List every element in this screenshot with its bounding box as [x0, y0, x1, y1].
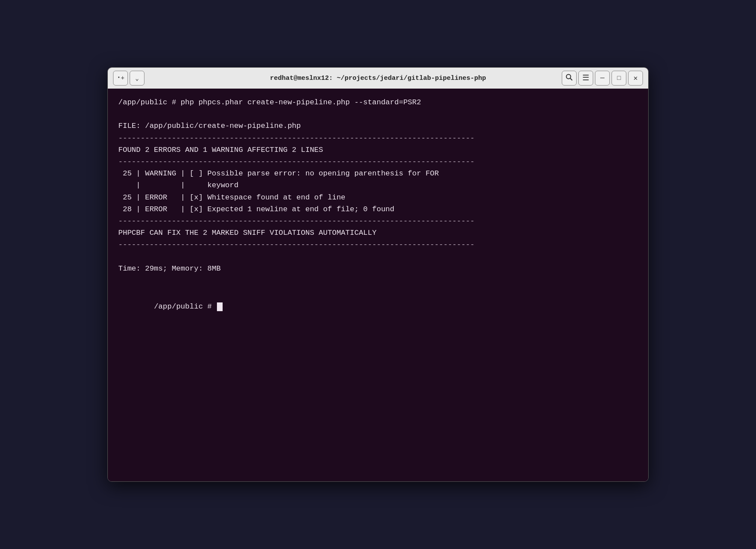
terminal-window: ⬞+ ⌄ redhat@meslnx12: ~/projects/jedari/… — [107, 67, 649, 482]
warning-line: 25 | WARNING | [ ] Possible parse error:… — [118, 168, 638, 179]
warning-cont-line: | | keyword — [118, 179, 638, 191]
phpcbf-line: PHPCBF CAN FIX THE 2 MARKED SNIFF VIOLAT… — [118, 227, 638, 239]
error-1-line: 25 | ERROR | [x] Whitespace found at end… — [118, 192, 638, 203]
search-button[interactable] — [562, 71, 577, 86]
minimize-icon: — — [600, 74, 605, 82]
dropdown-button[interactable]: ⌄ — [130, 71, 144, 86]
blank-line-3 — [118, 274, 638, 286]
svg-line-1 — [570, 79, 573, 81]
separator-3: ----------------------------------------… — [118, 215, 638, 227]
terminal-body[interactable]: /app/public # php phpcs.phar create-new-… — [108, 89, 648, 481]
close-button[interactable]: ✕ — [628, 71, 643, 86]
window-title: redhat@meslnx12: ~/projects/jedari/gitla… — [270, 75, 486, 82]
maximize-button[interactable]: □ — [612, 71, 626, 86]
found-errors-line: FOUND 2 ERRORS AND 1 WARNING AFFECTING 2… — [118, 144, 638, 156]
separator-2: ----------------------------------------… — [118, 156, 638, 168]
titlebar: ⬞+ ⌄ redhat@meslnx12: ~/projects/jedari/… — [108, 68, 648, 89]
prompt-text: /app/public # — [154, 302, 216, 311]
search-icon — [565, 73, 573, 83]
svg-point-0 — [567, 75, 571, 79]
add-tab-icon: ⬞ — [117, 74, 121, 82]
file-line: FILE: /app/public/create-new-pipeline.ph… — [118, 120, 638, 132]
titlebar-left-controls: ⬞+ ⌄ — [113, 71, 144, 86]
separator-4: ----------------------------------------… — [118, 239, 638, 250]
error-2-line: 28 | ERROR | [x] Expected 1 newline at e… — [118, 203, 638, 215]
minimize-button[interactable]: — — [595, 71, 610, 86]
blank-line-2 — [118, 250, 638, 262]
command-line: /app/public # php phpcs.phar create-new-… — [118, 96, 638, 108]
prompt-line: /app/public # — [118, 289, 638, 325]
menu-button[interactable]: ☰ — [578, 71, 593, 86]
titlebar-right-controls: ☰ — □ ✕ — [562, 71, 643, 86]
add-tab-button[interactable]: ⬞+ — [113, 71, 128, 86]
separator-1: ----------------------------------------… — [118, 132, 638, 144]
blank-line-1 — [118, 108, 638, 120]
menu-icon: ☰ — [582, 74, 589, 82]
cursor — [217, 302, 223, 311]
chevron-down-icon: ⌄ — [135, 75, 139, 82]
maximize-icon: □ — [617, 75, 621, 82]
time-memory-line: Time: 29ms; Memory: 8MB — [118, 263, 638, 274]
close-icon: ✕ — [633, 74, 638, 82]
